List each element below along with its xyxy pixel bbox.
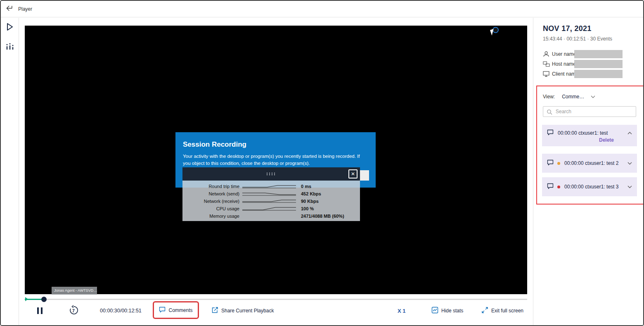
client-name-value-placeholder [574, 70, 623, 78]
share-icon [211, 307, 218, 315]
back-button[interactable] [1, 4, 18, 14]
field-label: Host name: [552, 61, 577, 67]
view-selector-row: View: Comme… [543, 94, 595, 100]
comment-color-dot [557, 186, 560, 188]
stat-value: 0 ms [301, 184, 311, 189]
exit-fullscreen-button[interactable]: Exit full screen [481, 303, 523, 318]
comment-icon [547, 129, 554, 137]
details-panel: NOV 17, 2021 15:43:44 · 00:12:51 · 30 Ev… [533, 18, 643, 325]
comments-button[interactable]: Comments [159, 303, 192, 318]
event-marker-icon [25, 297, 28, 301]
chevron-down-icon[interactable] [591, 95, 595, 98]
exit-fullscreen-icon [481, 307, 488, 315]
stat-row: Memory usage 2471/4088 MB (60%) [182, 212, 360, 220]
field-label: User name: [552, 51, 578, 57]
dialog-button-fragment[interactable] [360, 170, 369, 181]
seek-bar [25, 296, 527, 302]
sparkline-chart [242, 191, 296, 197]
dialog-body-text: Your activity with the desktop or progra… [175, 149, 376, 167]
sparkline-chart [242, 183, 296, 189]
search-input[interactable] [543, 107, 636, 117]
left-toolbar [1, 18, 19, 325]
stat-value: 90 Kbps [301, 199, 319, 204]
chevron-down-icon[interactable] [627, 186, 632, 188]
session-field-host: Host name: [543, 60, 577, 68]
chevron-up-icon[interactable] [627, 132, 632, 135]
stat-row: Network (send) 452 Kbps [182, 190, 360, 198]
playback-controls: 7 00:00:30/00:12:51 Comments Share Curre… [25, 302, 527, 321]
stat-value: 2471/4088 MB (60%) [301, 214, 344, 219]
rewind-7-icon: 7 [68, 305, 79, 317]
comments-button-label: Comments [168, 307, 192, 313]
exit-fullscreen-label: Exit full screen [491, 308, 523, 314]
playback-time: 00:00:30/00:12:51 [100, 303, 142, 318]
hide-stats-button[interactable]: Hide stats [431, 303, 463, 318]
session-field-client: Client name [543, 70, 578, 78]
seek-handle[interactable] [41, 297, 47, 302]
search-box [543, 106, 636, 117]
stats-chart-icon [431, 307, 438, 315]
rewind-7-button[interactable]: 7 [68, 303, 79, 318]
video-taskbar-label: Jonas Agent - AWTSVD… [52, 287, 97, 295]
recording-meta: 15:43:44 · 00:12:51 · 30 Events [543, 36, 612, 42]
comment-text: 00:00:00 ctxuser1: test [558, 130, 608, 136]
comment-icon [547, 183, 554, 191]
pause-icon [37, 307, 43, 314]
sparkline-chart [242, 206, 296, 212]
stat-value: 452 Kbps [301, 191, 321, 196]
delete-comment-button[interactable]: Delete [599, 137, 614, 143]
user-icon [543, 51, 550, 57]
recording-date: NOV 17, 2021 [543, 24, 592, 33]
stats-overlay: ✕ Round trip time 0 ms Network (send) 45… [182, 167, 360, 221]
user-name-value-placeholder [574, 50, 623, 58]
comment-item[interactable]: 00:00:00 ctxuser1: test 2 [542, 154, 637, 173]
comment-icon [547, 159, 554, 167]
comment-item[interactable]: 00:00:00 ctxuser1: test Delete [542, 125, 637, 146]
comment-color-dot [557, 162, 560, 165]
bar-chart-icon [6, 43, 14, 52]
stat-label: CPU usage [182, 206, 239, 211]
playback-speed-button[interactable]: X 1 [398, 303, 406, 318]
client-monitor-icon [543, 71, 550, 77]
play-icon [6, 23, 14, 33]
back-arrow-icon [5, 4, 14, 14]
rewind-badge: 7 [72, 308, 75, 313]
top-bar: Player [1, 1, 643, 17]
stat-row: CPU usage 100 % [182, 205, 360, 212]
events-stats-nav-button[interactable] [4, 42, 16, 53]
page-title: Player [18, 6, 32, 12]
view-label: View: [543, 94, 555, 100]
drag-handle-icon[interactable] [266, 172, 277, 176]
host-icon [543, 61, 550, 67]
sparkline-chart [242, 198, 296, 204]
comment-bubble-icon [159, 307, 166, 314]
stat-label: Network (receive) [182, 199, 239, 204]
video-canvas: Session Recording Your activity with the… [25, 26, 527, 294]
session-field-user: User name: [543, 50, 578, 58]
stat-label: Round trip time [182, 184, 239, 189]
stat-row: Round trip time 0 ms [182, 183, 360, 190]
stats-overlay-body: Round trip time 0 ms Network (send) 452 … [182, 181, 360, 221]
host-name-value-placeholder [574, 60, 623, 68]
hide-stats-label: Hide stats [441, 308, 463, 314]
stat-value: 100 % [301, 206, 314, 211]
comments-annotation-box: Comments [153, 301, 199, 319]
comment-item[interactable]: 00:00:00 ctxuser1: test 3 [542, 177, 637, 196]
share-button-label: Share Current Playback [221, 308, 274, 314]
play-nav-button[interactable] [4, 22, 16, 33]
stats-overlay-header: ✕ [182, 167, 360, 181]
dialog-title: Session Recording [175, 132, 376, 149]
stat-row: Network (receive) 90 Kbps [182, 198, 360, 205]
pause-button[interactable] [37, 303, 43, 318]
chevron-down-icon[interactable] [627, 162, 632, 165]
share-playback-button[interactable]: Share Current Playback [211, 303, 274, 318]
comment-text: 00:00:00 ctxuser1: test 3 [564, 184, 618, 190]
view-dropdown[interactable]: Comme… [562, 94, 584, 100]
comment-text: 00:00:00 ctxuser1: test 2 [564, 160, 618, 166]
stats-close-button[interactable]: ✕ [348, 169, 358, 178]
stat-label: Network (send) [182, 191, 239, 196]
seek-track[interactable] [25, 299, 527, 300]
stat-label: Memory usage [182, 214, 239, 219]
